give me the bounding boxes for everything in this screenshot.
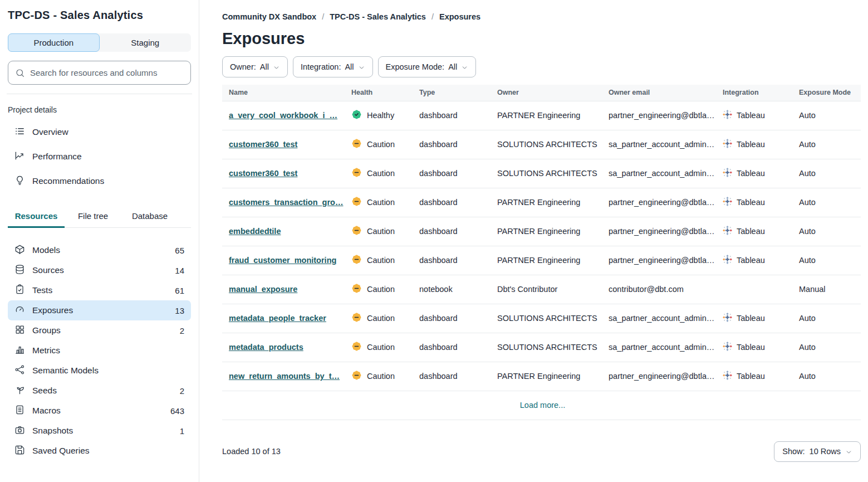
integration-filter-dropdown[interactable]: Integration: All <box>293 56 373 77</box>
show-rows-value: 10 Rows <box>810 447 841 456</box>
table-row: metadata_people_tracker Caution dashboar… <box>222 304 861 333</box>
resource-list: Models 65 Sources 14 Tests 61 Exposures … <box>8 240 191 461</box>
owner-email-cell: sa_partner_account_admin… <box>602 159 716 188</box>
health-cell: Caution <box>351 341 408 353</box>
resource-list-item[interactable]: Snapshots 1 <box>8 421 191 441</box>
type-cell: notebook <box>413 275 491 304</box>
integration-cell: Tableau <box>723 255 788 266</box>
resource-list-item[interactable]: Exposures 13 <box>8 300 191 320</box>
owner-cell: Dbt's Contributor <box>491 275 602 304</box>
owner-email-cell: contributor@dbt.com <box>602 275 716 304</box>
sidebar-nav-item[interactable]: Recommendations <box>8 169 191 193</box>
resource-list-item[interactable]: Tests 61 <box>8 280 191 300</box>
resource-list-item[interactable]: Groups 2 <box>8 320 191 340</box>
resource-item-label: Sources <box>32 265 64 275</box>
health-label: Caution <box>367 256 395 265</box>
owner-cell: PARTNER Engineering <box>491 246 602 275</box>
breadcrumb-current: Exposures <box>439 12 480 21</box>
owner-email-cell: sa_partner_account_admin… <box>602 304 716 333</box>
exposure-mode-cell: Manual <box>792 275 861 304</box>
resource-item-label: Macros <box>32 406 61 416</box>
type-cell: dashboard <box>413 246 491 275</box>
integration-cell: Tableau <box>723 197 788 208</box>
owner-email-cell: partner_engineering@dbtla… <box>602 101 716 130</box>
exposure-name-link[interactable]: a_very_cool_workbook_i_… <box>229 111 337 120</box>
integration-label: Tableau <box>737 343 765 352</box>
type-cell: dashboard <box>413 217 491 246</box>
health-badge-icon <box>351 109 362 121</box>
exposure-name-link[interactable]: metadata_people_tracker <box>229 314 326 323</box>
owner-email-cell: partner_engineering@dbtla… <box>602 217 716 246</box>
table-row: metadata_products Caution dashboard SOLU… <box>222 333 861 362</box>
production-toggle-button[interactable]: Production <box>8 33 100 52</box>
column-header-name: Name <box>222 85 345 101</box>
type-cell: dashboard <box>413 362 491 391</box>
integration-label: Tableau <box>737 198 765 207</box>
health-label: Caution <box>367 227 395 236</box>
resource-item-count: 61 <box>175 286 184 295</box>
search-box[interactable] <box>8 61 191 85</box>
filter-bar: Owner: All Integration: All Exposure Mod… <box>222 56 861 77</box>
breadcrumb-account[interactable]: Community DX Sandbox <box>222 12 316 21</box>
tab-resources[interactable]: Resources <box>8 207 65 228</box>
exposure-mode-cell: Auto <box>792 101 861 130</box>
clipboard-icon <box>14 284 25 297</box>
health-label: Caution <box>367 372 395 381</box>
exposure-mode-filter-dropdown[interactable]: Exposure Mode: All <box>378 56 477 77</box>
health-cell: Caution <box>351 138 408 150</box>
exposure-name-link[interactable]: embeddedtile <box>229 227 281 236</box>
resource-item-label: Groups <box>32 325 61 335</box>
health-badge-icon <box>351 254 362 266</box>
show-rows-dropdown[interactable]: Show: 10 Rows <box>774 441 861 462</box>
exposure-name-link[interactable]: new_return_amounts_by_t… <box>229 372 340 381</box>
load-more-link[interactable]: Load more... <box>517 398 568 412</box>
sidebar-nav-item[interactable]: Performance <box>8 144 191 169</box>
resource-item-label: Seeds <box>32 386 57 396</box>
resource-list-item[interactable]: Saved Queries <box>8 441 191 461</box>
integration-label: Tableau <box>737 314 765 323</box>
exposure-name-link[interactable]: metadata_products <box>229 343 303 352</box>
dbt-explorer-app: TPC-DS - Sales Analytics Production Stag… <box>0 0 868 482</box>
tab-database[interactable]: Database <box>121 207 178 228</box>
save-icon <box>14 445 25 457</box>
table-row: a_very_cool_workbook_i_… Healthy dashboa… <box>222 101 861 130</box>
search-input[interactable] <box>30 68 184 77</box>
breadcrumb-separator: / <box>431 12 434 21</box>
column-header-exposure-mode: Exposure Mode <box>792 85 861 101</box>
breadcrumb-project[interactable]: TPC-DS - Sales Analytics <box>330 12 426 21</box>
health-badge-icon <box>351 341 362 353</box>
resource-list-item[interactable]: Models 65 <box>8 240 191 260</box>
resource-list-item[interactable]: Metrics <box>8 340 191 361</box>
exposure-name-link[interactable]: customer360_test <box>229 169 297 178</box>
tableau-icon <box>723 371 732 382</box>
resource-list-item[interactable]: Seeds 2 <box>8 381 191 401</box>
resource-list-item[interactable]: Sources 14 <box>8 260 191 280</box>
column-header-health: Health <box>345 85 413 101</box>
owner-email-cell: partner_engineering@dbtla… <box>602 362 716 391</box>
sidebar-nav-item[interactable]: Overview <box>8 120 191 144</box>
tableau-icon <box>723 226 732 237</box>
filter-label: Exposure Mode: <box>386 62 445 71</box>
staging-toggle-button[interactable]: Staging <box>100 33 192 52</box>
health-cell: Caution <box>351 196 408 208</box>
health-label: Caution <box>367 169 395 178</box>
table-row: new_return_amounts_by_t… Caution dashboa… <box>222 362 861 391</box>
tab-file-tree[interactable]: File tree <box>65 207 121 228</box>
resource-list-item[interactable]: Macros 643 <box>8 401 191 421</box>
exposures-table: Name Health Type Owner Owner email Integ… <box>222 85 861 420</box>
tableau-icon <box>723 168 732 179</box>
owner-filter-dropdown[interactable]: Owner: All <box>222 56 288 77</box>
owner-cell: PARTNER Engineering <box>491 101 602 130</box>
exposure-name-link[interactable]: manual_exposure <box>229 285 297 294</box>
type-cell: dashboard <box>413 159 491 188</box>
health-cell: Caution <box>351 283 408 295</box>
project-title: TPC-DS - Sales Analytics <box>8 9 191 22</box>
exposure-name-link[interactable]: fraud_customer_monitoring <box>229 256 336 265</box>
filter-label: Integration: <box>301 62 341 71</box>
resource-list-item[interactable]: Semantic Models <box>8 361 191 381</box>
health-cell: Healthy <box>351 109 408 121</box>
loaded-status: Loaded 10 of 13 <box>222 447 281 456</box>
exposure-name-link[interactable]: customers_transaction_gro… <box>229 198 343 207</box>
exposure-name-link[interactable]: customer360_test <box>229 140 297 149</box>
network-icon <box>14 364 25 377</box>
